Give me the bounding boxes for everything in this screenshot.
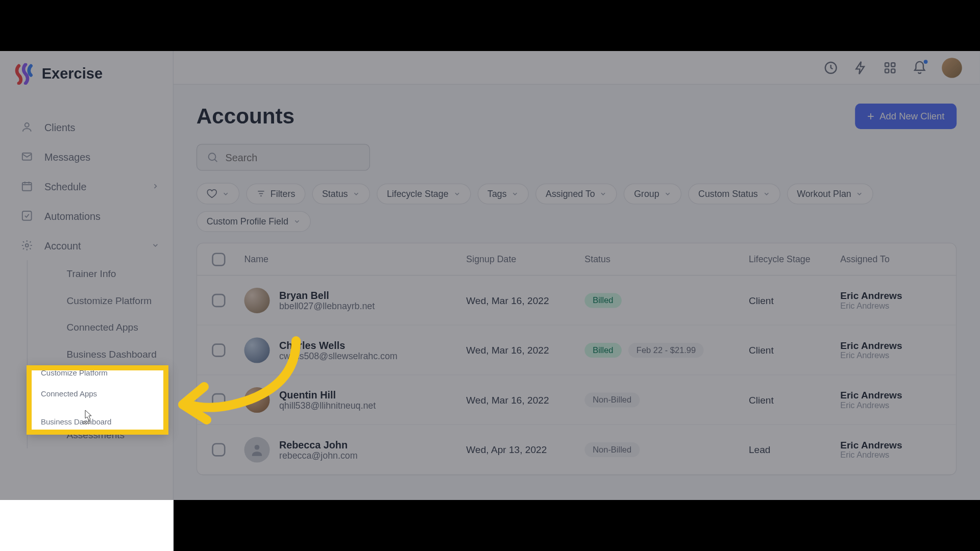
col-signup[interactable]: Signup Date bbox=[466, 254, 584, 264]
status-badge: Non-Billed bbox=[584, 392, 640, 407]
row-status: Non-Billed bbox=[584, 392, 749, 407]
assigned-filter[interactable]: Assigned To bbox=[535, 183, 617, 204]
clock-icon[interactable] bbox=[823, 60, 838, 75]
lifecycle-filter[interactable]: Lifecycle Stage bbox=[377, 183, 471, 204]
bell-icon[interactable] bbox=[912, 60, 927, 75]
pill-label: Group bbox=[634, 189, 659, 199]
col-assigned[interactable]: Assigned To bbox=[840, 254, 957, 264]
accounts-table: Name Signup Date Status Lifecycle Stage … bbox=[197, 243, 957, 475]
workout-filter[interactable]: Workout Plan bbox=[787, 183, 873, 204]
pill-label: Workout Plan bbox=[797, 189, 851, 199]
subnav-connected-apps[interactable]: Connected Apps bbox=[57, 314, 173, 341]
pill-label: Assigned To bbox=[546, 189, 595, 199]
row-assigned-main: Eric Andrews bbox=[840, 290, 957, 301]
page-title: Accounts bbox=[197, 104, 295, 129]
select-all-checkbox[interactable] bbox=[212, 253, 225, 266]
logo[interactable]: Exercise bbox=[0, 51, 173, 97]
logo-icon bbox=[13, 63, 35, 85]
row-checkbox[interactable] bbox=[212, 293, 225, 307]
highlight-item-next: Business Dashboard bbox=[32, 411, 163, 432]
favorite-filter[interactable] bbox=[197, 183, 239, 204]
apps-icon[interactable] bbox=[883, 60, 897, 75]
row-avatar bbox=[244, 287, 270, 313]
table-row[interactable]: Charles Wells cwells508@sllewselrahc.com… bbox=[197, 325, 956, 375]
row-lifecycle: Lead bbox=[749, 444, 840, 455]
notification-dot bbox=[923, 59, 928, 64]
svg-rect-9 bbox=[891, 69, 895, 72]
svg-point-0 bbox=[25, 123, 29, 127]
pill-label: Custom Status bbox=[698, 189, 758, 199]
calendar-icon bbox=[20, 180, 34, 193]
custom-profile-filter[interactable]: Custom Profile Field bbox=[197, 211, 310, 232]
status-badge: Feb 22 - $21.99 bbox=[628, 342, 704, 357]
svg-point-10 bbox=[209, 153, 216, 160]
row-lifecycle: Client bbox=[749, 295, 840, 306]
status-badge: Billed bbox=[584, 293, 621, 308]
row-checkbox[interactable] bbox=[212, 393, 225, 406]
pill-label: Status bbox=[322, 189, 348, 199]
col-name[interactable]: Name bbox=[244, 254, 466, 264]
plus-icon: + bbox=[867, 110, 874, 122]
chevron-right-icon bbox=[152, 182, 160, 190]
row-assigned-main: Eric Andrews bbox=[840, 340, 957, 350]
nav-label: Messages bbox=[44, 151, 90, 162]
svg-rect-7 bbox=[891, 63, 895, 66]
row-assigned-sub: Eric Andrews bbox=[840, 301, 957, 310]
sidebar-item-automations[interactable]: Automations bbox=[0, 201, 173, 231]
row-lifecycle: Client bbox=[749, 344, 840, 355]
row-name: Bryan Bell bbox=[279, 289, 375, 300]
row-status: Billed bbox=[584, 293, 749, 308]
filters-button[interactable]: Filters bbox=[246, 183, 305, 204]
user-icon bbox=[20, 120, 34, 134]
chevron-down-icon bbox=[664, 190, 671, 197]
gear-icon bbox=[20, 239, 34, 252]
group-filter[interactable]: Group bbox=[624, 183, 681, 204]
user-avatar[interactable] bbox=[942, 58, 962, 78]
sidebar-item-account[interactable]: Account bbox=[0, 231, 173, 260]
col-status[interactable]: Status bbox=[584, 254, 749, 264]
status-filter[interactable]: Status bbox=[312, 183, 370, 204]
row-checkbox[interactable] bbox=[212, 343, 225, 357]
filter-row: Filters Status Lifecycle Stage Tags Assi… bbox=[197, 183, 957, 232]
search-input[interactable] bbox=[226, 152, 360, 163]
table-row[interactable]: Quentin Hill qhill538@llihnitneuq.net We… bbox=[197, 375, 956, 425]
col-lifecycle[interactable]: Lifecycle Stage bbox=[749, 254, 840, 264]
add-btn-label: Add New Client bbox=[879, 111, 944, 121]
row-avatar bbox=[244, 437, 270, 462]
row-email: bbell027@llebnayrb.net bbox=[279, 301, 375, 311]
chevron-down-icon bbox=[453, 190, 460, 197]
search-input-wrap[interactable] bbox=[197, 144, 370, 171]
search-icon bbox=[207, 151, 219, 163]
row-checkbox[interactable] bbox=[212, 443, 225, 456]
sidebar-item-schedule[interactable]: Schedule bbox=[0, 171, 173, 201]
topbar bbox=[174, 51, 979, 85]
highlight-item-connected-apps[interactable]: Connected Apps bbox=[32, 383, 163, 404]
row-email: cwells508@sllewselrahc.com bbox=[279, 350, 398, 361]
chevron-down-icon bbox=[152, 241, 160, 249]
table-row[interactable]: Rebecca John rebecca@john.com Wed, Apr 1… bbox=[197, 425, 956, 475]
sidebar-item-messages[interactable]: Messages bbox=[0, 142, 173, 171]
row-status: Non-Billed bbox=[584, 442, 749, 457]
subnav-trainer-info[interactable]: Trainer Info bbox=[57, 260, 173, 287]
row-avatar bbox=[244, 387, 270, 412]
row-assigned-main: Eric Andrews bbox=[840, 390, 957, 400]
row-assigned-sub: Eric Andrews bbox=[840, 400, 957, 410]
subnav-customize-platform[interactable]: Customize Platform bbox=[57, 287, 173, 314]
table-row[interactable]: Bryan Bell bbell027@llebnayrb.net Wed, M… bbox=[197, 276, 956, 325]
highlight-item-prev: Customize Platform bbox=[32, 365, 163, 383]
row-signup: Wed, Apr 13, 2022 bbox=[466, 444, 584, 455]
status-badge: Non-Billed bbox=[584, 442, 640, 457]
row-assigned-sub: Eric Andrews bbox=[840, 350, 957, 360]
subnav-business-dashboard[interactable]: Business Dashboard bbox=[57, 341, 173, 368]
main-content: Accounts + Add New Client Filters Status… bbox=[174, 85, 979, 551]
add-new-client-button[interactable]: + Add New Client bbox=[855, 104, 957, 129]
chevron-down-icon bbox=[293, 218, 300, 225]
custom-status-filter[interactable]: Custom Status bbox=[688, 183, 780, 204]
tags-filter[interactable]: Tags bbox=[477, 183, 529, 204]
sidebar-item-clients[interactable]: Clients bbox=[0, 112, 173, 142]
lightning-icon[interactable] bbox=[853, 60, 868, 75]
pill-label: Tags bbox=[487, 189, 507, 199]
table-header: Name Signup Date Status Lifecycle Stage … bbox=[197, 243, 956, 276]
check-square-icon bbox=[20, 209, 34, 222]
row-status: Billed Feb 22 - $21.99 bbox=[584, 342, 749, 357]
